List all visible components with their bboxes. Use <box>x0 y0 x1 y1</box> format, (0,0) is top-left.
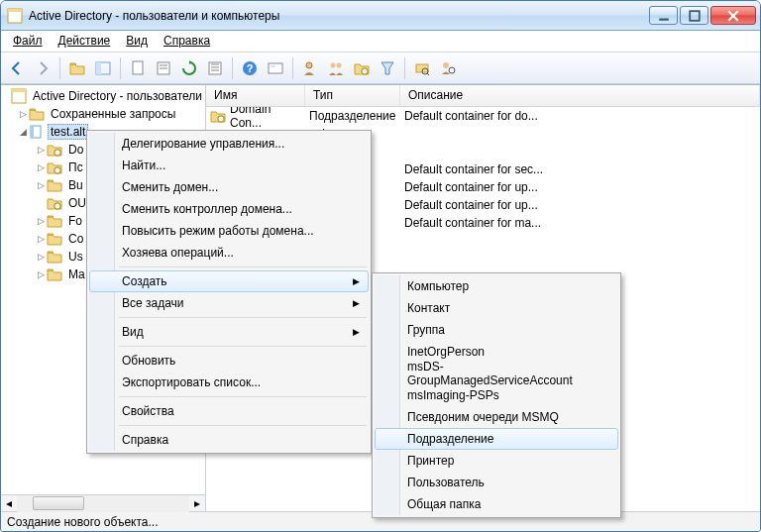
find-button[interactable] <box>264 56 287 80</box>
column-name[interactable]: Имя <box>206 85 305 106</box>
svg-point-25 <box>449 67 455 73</box>
ctx-create-item[interactable]: Контакт <box>375 297 618 319</box>
ctx-operations-masters[interactable]: Хозяева операций... <box>89 242 369 264</box>
ctx-item-label: Подразделение <box>407 432 493 446</box>
expand-icon[interactable]: ▷ <box>17 109 29 119</box>
app-icon <box>7 8 23 24</box>
ctx-properties[interactable]: Свойства <box>89 400 369 422</box>
expand-icon[interactable]: ▷ <box>35 145 47 155</box>
ctx-item-label: InetOrgPerson <box>407 345 485 359</box>
ctx-create-item[interactable]: msDS-GroupManagedServiceAccount <box>375 363 618 384</box>
tree-item-label: Fo <box>65 214 85 228</box>
help-button[interactable]: ? <box>238 56 262 80</box>
column-description[interactable]: Описание <box>400 85 760 106</box>
submenu-arrow-icon: ▶ <box>353 327 360 337</box>
up-button[interactable] <box>65 56 89 80</box>
ctx-change-domain[interactable]: Сменить домен... <box>89 176 369 198</box>
tree-root[interactable]: Active Directory - пользователи <box>3 87 205 105</box>
ctx-create-item[interactable]: Псевдоним очереди MSMQ <box>375 406 618 428</box>
new-user-button[interactable] <box>298 56 322 80</box>
refresh-button[interactable] <box>177 56 201 80</box>
cell-description: Default container for up... <box>400 180 760 194</box>
ctx-change-dc[interactable]: Сменить контроллер домена... <box>89 198 369 220</box>
maximize-button[interactable] <box>680 6 708 25</box>
tree-item-label: Do <box>65 143 86 157</box>
cell-name: Domain Con... <box>206 107 305 130</box>
ctx-item-label: msImaging-PSPs <box>407 388 499 402</box>
expand-icon[interactable]: ▷ <box>35 162 47 172</box>
menu-view[interactable]: Вид <box>118 31 156 52</box>
ctx-create-item[interactable]: msImaging-PSPs <box>375 384 618 406</box>
ctx-delegate[interactable]: Делегирование управления... <box>89 133 369 155</box>
menu-help[interactable]: Справка <box>156 31 218 52</box>
ctx-separator <box>119 396 367 397</box>
show-hide-tree-button[interactable] <box>91 56 115 80</box>
new-ou-button[interactable] <box>350 56 374 80</box>
ctx-create-item[interactable]: Общая папка <box>375 493 618 515</box>
folder-icon <box>47 142 62 158</box>
collapse-icon[interactable]: ◢ <box>17 127 29 137</box>
cut-button[interactable] <box>126 56 150 80</box>
expand-icon[interactable]: ▷ <box>35 234 47 244</box>
close-button[interactable] <box>710 6 756 25</box>
ctx-help[interactable]: Справка <box>89 429 369 451</box>
window-title: Active Directory - пользователи и компью… <box>29 9 649 23</box>
svg-point-18 <box>306 62 312 68</box>
tree-root-label: Active Directory - пользователи <box>30 89 205 103</box>
folder-icon <box>47 231 62 247</box>
folder-icon <box>47 266 62 282</box>
svg-rect-8 <box>96 62 101 74</box>
tree-item-label: Co <box>65 232 86 246</box>
list-row[interactable]: Domain Con...ПодразделениеDefault contai… <box>206 107 760 125</box>
tree-item-label: Bu <box>65 178 86 192</box>
scroll-right-icon[interactable]: ▸ <box>189 495 205 512</box>
scroll-thumb[interactable] <box>33 496 84 510</box>
ctx-separator <box>119 346 367 347</box>
svg-point-20 <box>337 62 342 67</box>
new-group-button[interactable] <box>324 56 348 80</box>
menu-action[interactable]: Действие <box>51 31 119 52</box>
back-button[interactable] <box>5 56 29 80</box>
svg-rect-16 <box>269 63 282 73</box>
ctx-view[interactable]: Вид▶ <box>89 321 369 343</box>
scroll-left-icon[interactable]: ◂ <box>1 495 17 512</box>
context-menu-create: КомпьютерКонтактГруппаInetOrgPersonmsDS-… <box>372 272 621 518</box>
ctx-refresh[interactable]: Обновить <box>89 350 369 372</box>
add-criteria-button[interactable] <box>436 56 460 80</box>
menubar: Файл Действие Вид Справка <box>1 31 760 53</box>
cell-description: Default container for sec... <box>400 162 760 176</box>
snapin-icon <box>11 88 27 104</box>
ctx-all-tasks[interactable]: Все задачи▶ <box>89 292 369 314</box>
ctx-find[interactable]: Найти... <box>89 155 369 176</box>
expand-icon[interactable]: ▷ <box>35 180 47 190</box>
folder-icon <box>47 195 62 211</box>
ctx-raise-level[interactable]: Повысить режим работы домена... <box>89 220 369 242</box>
expand-icon[interactable]: ▷ <box>35 252 47 262</box>
expand-icon[interactable]: ▷ <box>35 216 47 226</box>
tree-item-label: Us <box>65 250 86 264</box>
ctx-create-item[interactable]: Пользователь <box>375 472 618 493</box>
filter-button[interactable] <box>376 56 399 80</box>
svg-rect-6 <box>690 11 700 21</box>
find-objects-button[interactable] <box>410 56 434 80</box>
ctx-create-item[interactable]: Принтер <box>375 450 618 472</box>
ctx-create-item[interactable]: Группа <box>375 319 618 341</box>
tree-hscrollbar[interactable]: ◂ ▸ <box>1 494 205 511</box>
ctx-create-item[interactable]: Компьютер <box>375 275 618 297</box>
properties-button[interactable] <box>152 56 175 80</box>
toolbar: ? <box>1 53 760 84</box>
ctx-create[interactable]: Создать▶ <box>89 270 369 292</box>
menu-file[interactable]: Файл <box>5 31 51 52</box>
tree-saved-queries[interactable]: ▷ Сохраненные запросы <box>3 105 205 123</box>
ctx-export[interactable]: Экспортировать список... <box>89 372 369 393</box>
svg-line-23 <box>427 73 429 75</box>
ctx-item-label: Псевдоним очереди MSMQ <box>407 410 559 424</box>
forward-button[interactable] <box>31 56 54 80</box>
column-type[interactable]: Тип <box>305 85 400 106</box>
scroll-track[interactable] <box>17 495 189 512</box>
export-button[interactable] <box>203 56 227 80</box>
ctx-create-item[interactable]: Подразделение <box>375 428 618 450</box>
ctx-item-label: msDS-GroupManagedServiceAccount <box>407 360 594 387</box>
expand-icon[interactable]: ▷ <box>35 269 47 279</box>
minimize-button[interactable] <box>649 6 678 25</box>
